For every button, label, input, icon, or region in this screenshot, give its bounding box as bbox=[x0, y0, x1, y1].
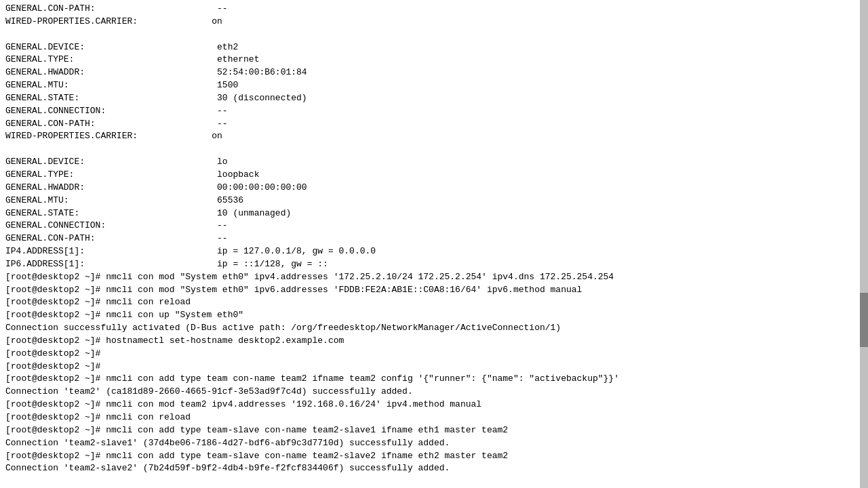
terminal-output: GENERAL.CON-PATH: -- WIRED-PROPERTIES.CA… bbox=[5, 3, 863, 475]
scrollbar-thumb[interactable] bbox=[860, 293, 868, 347]
terminal-window: GENERAL.CON-PATH: -- WIRED-PROPERTIES.CA… bbox=[0, 0, 868, 488]
scrollbar[interactable] bbox=[860, 0, 868, 488]
